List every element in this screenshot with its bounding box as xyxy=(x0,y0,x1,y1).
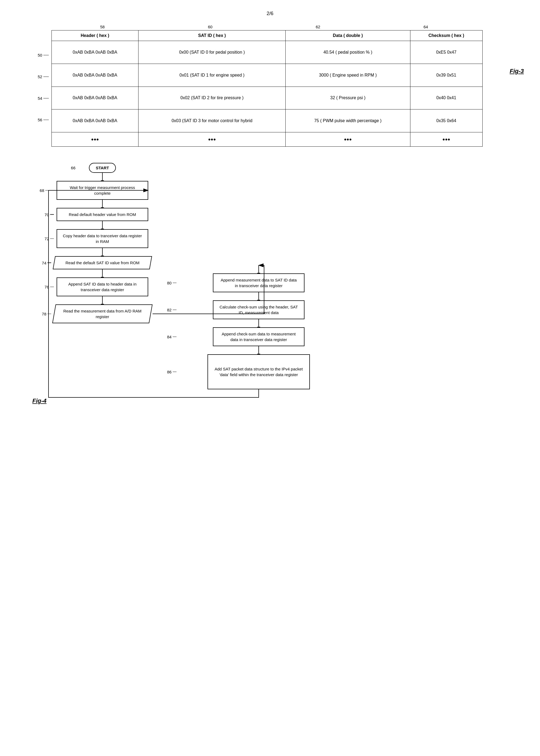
node-74: Read the default SAT ID value from ROM xyxy=(53,256,152,269)
table-cell-1-1: 0x01 (SAT ID 1 for engine speed ) xyxy=(139,64,286,86)
arrow-70-72 xyxy=(102,221,103,229)
col-label-58: 58 xyxy=(49,25,156,29)
flow-left-column: 66 START 68 Wait for trigger measurment … xyxy=(32,163,173,389)
col-label-60: 60 xyxy=(156,25,264,29)
table-row: 0xAB 0xBA 0xAB 0xBA0x01 (SAT ID 1 for en… xyxy=(52,64,482,86)
flow-item-68: 68 Wait for trigger measurment process c… xyxy=(32,181,173,200)
row-label-dots xyxy=(38,130,49,147)
table-cell-1-2: 3000 ( Engine speed in RPM ) xyxy=(286,64,410,86)
flow-right-column: 80 Append measurement data to SAT ID dat… xyxy=(189,265,329,389)
row-labels: 50 52 54 56 xyxy=(38,44,49,147)
label-80: 80 xyxy=(167,281,177,285)
flowchart-wrapper: 66 START 68 Wait for trigger measurment … xyxy=(16,163,524,389)
table-row: 0xAB 0xBA 0xAB 0xBA0x02 (SAT ID 2 for ti… xyxy=(52,86,482,109)
label-82: 82 xyxy=(167,308,177,312)
arrow-82-84 xyxy=(258,319,259,327)
table-cell-0-3: 0xE5 0x47 xyxy=(410,41,482,64)
arrow-start-68 xyxy=(102,173,103,181)
flow-item-80: 80 Append measurement data to SAT ID dat… xyxy=(189,273,329,292)
table-cell-2-0: 0xAB 0xBA 0xAB 0xBA xyxy=(52,86,139,109)
label-74: 74 xyxy=(42,260,51,265)
table-cell-0-0: 0xAB 0xBA 0xAB 0xBA xyxy=(52,41,139,64)
table-section: 58 60 62 64 50 52 54 56 Header ( h xyxy=(16,25,524,147)
node-76: Append SAT ID data to header data in tra… xyxy=(57,277,148,296)
node-80: Append measurement data to SAT ID data i… xyxy=(213,273,305,292)
flow-item-76: 76 Append SAT ID data to header data in … xyxy=(32,277,173,296)
node-72: Copy header data to tranceiver data regi… xyxy=(57,229,148,248)
table-cell-3-1: 0x03 (SAT ID 3 for motor control for hyb… xyxy=(139,109,286,132)
arrow-76-78 xyxy=(102,296,103,304)
fig3-label: Fig-3 xyxy=(509,68,524,75)
th-checksum: Checksum ( hex ) xyxy=(410,31,482,41)
arrow-80-82 xyxy=(258,292,259,300)
node-84: Append check-sum data to measurement dat… xyxy=(213,327,305,346)
row-label-56: 56 xyxy=(38,109,49,130)
label-84: 84 xyxy=(167,335,177,339)
col-label-62: 62 xyxy=(264,25,372,29)
arrow-74-76 xyxy=(102,269,103,277)
label-86: 86 xyxy=(167,370,177,374)
arrow-84-86 xyxy=(258,346,259,354)
table-cell-4-0: ●●● xyxy=(52,132,139,147)
table-cell-3-3: 0x35 0x64 xyxy=(410,109,482,132)
start-node: START xyxy=(89,163,116,173)
flow-item-72: 72 Copy header data to tranceiver data r… xyxy=(32,229,173,248)
th-sat-id: SAT ID ( hex ) xyxy=(139,31,286,41)
flow-item-74: 74 Read the default SAT ID value from RO… xyxy=(32,256,173,269)
label-68: 68 xyxy=(40,188,54,193)
label-72: 72 xyxy=(45,236,54,241)
label-78: 78 xyxy=(42,312,51,316)
arrow-68-70 xyxy=(102,200,103,208)
row-label-50: 50 xyxy=(38,44,49,66)
table-cell-2-3: 0x40 0x41 xyxy=(410,86,482,109)
table-cell-0-1: 0x00 (SAT ID 0 for pedal position ) xyxy=(139,41,286,64)
row-label-54: 54 xyxy=(38,87,49,109)
table-cell-4-2: ●●● xyxy=(286,132,410,147)
col-labels: 58 60 62 64 xyxy=(49,25,524,29)
table-cell-3-0: 0xAB 0xBA 0xAB 0xBA xyxy=(52,109,139,132)
table-cell-3-2: 75 ( PWM pulse width percentage ) xyxy=(286,109,410,132)
fig4-label: Fig-4 xyxy=(32,397,524,404)
data-table: Header ( hex ) SAT ID ( hex ) Data ( dou… xyxy=(52,30,482,147)
label-76: 76 xyxy=(45,285,54,289)
th-data: Data ( double ) xyxy=(286,31,410,41)
node-86: Add SAT packet data structure to the IPv… xyxy=(207,354,310,389)
table-header-row: Header ( hex ) SAT ID ( hex ) Data ( dou… xyxy=(52,31,482,41)
table-cell-1-3: 0x39 0x51 xyxy=(410,64,482,86)
table-cell-2-2: 32 ( Pressure psi ) xyxy=(286,86,410,109)
node-68: Wait for trigger measurment process comp… xyxy=(57,181,148,200)
flowchart-section: 66 START 68 Wait for trigger measurment … xyxy=(16,163,524,404)
node-78: Read the measurement data from A/D RAM r… xyxy=(52,304,153,323)
start-num: 66 xyxy=(71,166,75,170)
node-70: Read default header value from ROM xyxy=(57,208,148,221)
col-label-64: 64 xyxy=(372,25,479,29)
page-label: 2/6 xyxy=(16,11,524,16)
table-row: ●●●●●●●●●●●● xyxy=(52,132,482,147)
flow-item-78: 78 Read the measurement data from A/D RA… xyxy=(32,304,173,323)
table-cell-2-1: 0x02 (SAT ID 2 for tire pressure ) xyxy=(139,86,286,109)
table-cell-4-3: ●●● xyxy=(410,132,482,147)
flow-item-84: 84 Append check-sum data to measurement … xyxy=(189,327,329,346)
table-cell-1-0: 0xAB 0xBA 0xAB 0xBA xyxy=(52,64,139,86)
node-82: Calculate check-sum using the header, SA… xyxy=(213,300,305,319)
arrow-72-74 xyxy=(102,248,103,256)
table-cell-0-2: 40.54 ( pedal position % ) xyxy=(286,41,410,64)
flow-item-82: 82 Calculate check-sum using the header,… xyxy=(189,300,329,319)
flow-item-70: 70 Read default header value from ROM xyxy=(32,208,173,221)
table-container: 50 52 54 56 Header ( hex ) SAT ID ( hex … xyxy=(38,30,524,147)
th-header: Header ( hex ) xyxy=(52,31,139,41)
table-row: 0xAB 0xBA 0xAB 0xBA0x00 (SAT ID 0 for pe… xyxy=(52,41,482,64)
arrow-into-80 xyxy=(258,265,259,273)
table-cell-4-1: ●●● xyxy=(139,132,286,147)
label-70: 70 xyxy=(45,212,54,217)
row-label-52: 52 xyxy=(38,66,49,87)
flowchart-outer: 66 START 68 Wait for trigger measurment … xyxy=(16,163,524,389)
flow-item-86: 86 Add SAT packet data structure to the … xyxy=(189,354,329,389)
table-row: 0xAB 0xBA 0xAB 0xBA0x03 (SAT ID 3 for mo… xyxy=(52,109,482,132)
